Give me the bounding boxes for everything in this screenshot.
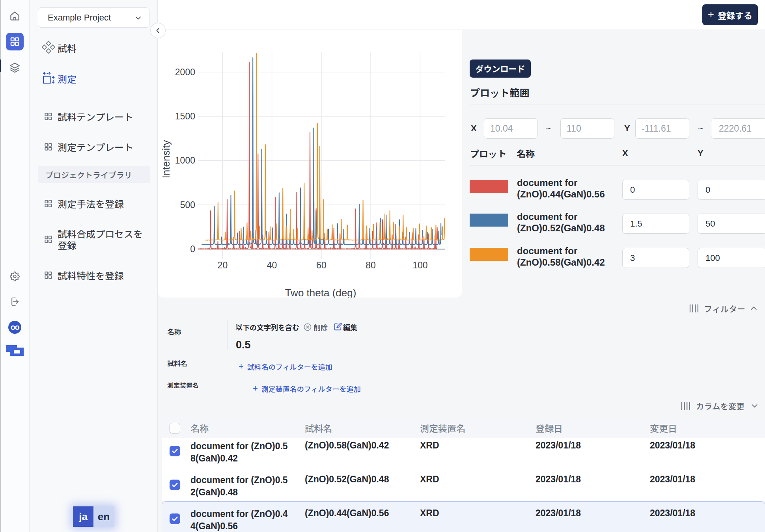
- svg-text:Two theta (deg): Two theta (deg): [285, 285, 356, 298]
- svg-text:80: 80: [366, 258, 376, 271]
- svg-text:Intensity: Intensity: [158, 140, 172, 179]
- svg-text:60: 60: [316, 258, 327, 271]
- svg-text:40: 40: [267, 258, 277, 271]
- svg-text:20: 20: [218, 258, 228, 271]
- svg-text:2000: 2000: [175, 65, 195, 78]
- svg-text:500: 500: [180, 197, 195, 211]
- svg-text:0: 0: [190, 242, 195, 255]
- svg-text:1000: 1000: [175, 153, 195, 166]
- svg-text:1500: 1500: [175, 109, 195, 122]
- svg-text:100: 100: [412, 258, 427, 271]
